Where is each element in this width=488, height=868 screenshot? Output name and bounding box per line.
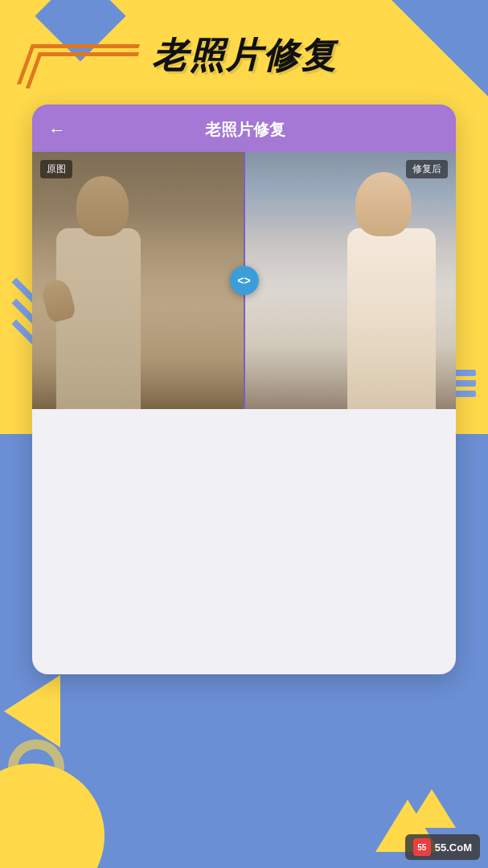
body-left-person bbox=[56, 228, 141, 409]
drag-handle[interactable]: <> bbox=[230, 266, 259, 295]
watermark-logo: 55 bbox=[413, 838, 431, 856]
tri-bottom-left bbox=[4, 675, 60, 747]
page-title: 老照片修复 bbox=[152, 35, 337, 75]
face-left-person bbox=[76, 176, 129, 236]
label-restored: 修复后 bbox=[406, 160, 448, 178]
background-container: 老照片修复 ← 老照片修复 bbox=[0, 0, 488, 868]
face-right-person bbox=[355, 172, 412, 236]
content-area bbox=[32, 409, 456, 674]
app-header-title: 老照片修复 bbox=[74, 119, 416, 141]
app-header: ← 老照片修复 bbox=[32, 104, 456, 152]
watermark-text: 55.CoM bbox=[435, 841, 472, 854]
bottom-tri-2 bbox=[408, 789, 456, 828]
comparison-area[interactable]: 原图 修复后 <> bbox=[32, 152, 456, 409]
body-right-person bbox=[347, 228, 436, 409]
photo-original bbox=[32, 152, 244, 409]
label-original: 原图 bbox=[40, 160, 72, 178]
watermark: 55 55.CoM bbox=[405, 834, 480, 860]
drag-handle-icon: <> bbox=[237, 274, 250, 287]
bottom-circle-inner bbox=[8, 739, 64, 796]
photo-restored bbox=[244, 152, 457, 409]
back-button[interactable]: ← bbox=[48, 120, 66, 141]
app-card: ← 老照片修复 原图 修复后 bbox=[32, 104, 456, 674]
title-area: 老照片修复 bbox=[0, 32, 488, 80]
